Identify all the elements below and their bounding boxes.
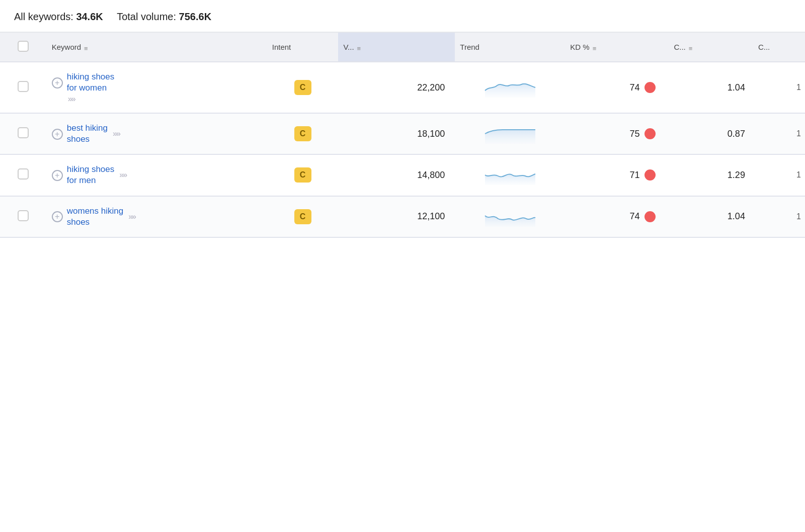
keyword-text[interactable]: hiking shoesfor women (67, 71, 115, 94)
keyword-cell: +womens hikingshoes»» (47, 196, 267, 237)
add-keyword-icon[interactable]: + (52, 129, 63, 140)
trend-cell (455, 62, 565, 113)
kd-cell: 71 (565, 154, 669, 196)
keyword-text[interactable]: hiking shoesfor men (67, 164, 115, 186)
total-volume-value: 756.6K (179, 11, 212, 22)
table-row: +best hikingshoes»»C18,100 75 0.871 (0, 113, 805, 154)
intent-badge: C (294, 167, 311, 183)
trend-sparkline (480, 123, 540, 145)
all-keywords-value: 34.6K (76, 11, 103, 22)
kd-difficulty-dot (645, 82, 656, 93)
table-row: +womens hikingshoes»»C12,100 74 1.041 (0, 196, 805, 237)
trend-sparkline (480, 206, 540, 228)
keyword-arrows[interactable]: »» (113, 129, 120, 138)
table-row: +hiking shoesfor women»»C22,200 74 1.041 (0, 62, 805, 113)
keyword-arrows[interactable]: »» (128, 212, 135, 221)
add-keyword-icon[interactable]: + (52, 170, 63, 181)
c2-cell: 1 (753, 62, 805, 113)
trend-cell (455, 154, 565, 196)
row-checkbox[interactable] (18, 81, 29, 92)
keyword-cell: +best hikingshoes»» (47, 113, 267, 154)
all-keywords-label: All keywords: (14, 11, 73, 22)
keywords-table-wrapper: Keyword Intent V... (0, 32, 805, 238)
summary-bar: All keywords: 34.6K Total volume: 756.6K (0, 0, 805, 32)
add-keyword-icon[interactable]: + (52, 211, 63, 222)
row-checkbox-cell (0, 154, 47, 196)
select-all-checkbox[interactable] (18, 41, 29, 52)
kd-value: 74 (625, 211, 639, 222)
kd-difficulty-dot (645, 169, 656, 181)
keyword-text[interactable]: womens hikingshoes (67, 206, 123, 228)
row-checkbox[interactable] (18, 168, 29, 180)
volume-cell: 14,800 (338, 154, 455, 196)
kd-difficulty-dot (645, 211, 656, 222)
kd-value: 74 (625, 82, 639, 93)
volume-cell: 12,100 (338, 196, 455, 237)
kd-cell: 75 (565, 113, 669, 154)
header-intent: Intent (267, 33, 339, 62)
keyword-arrows[interactable]: »» (119, 170, 126, 180)
header-kd[interactable]: KD % (565, 33, 669, 62)
kd-value: 75 (625, 129, 639, 139)
row-checkbox-cell (0, 196, 47, 237)
add-keyword-icon[interactable]: + (52, 77, 63, 88)
header-c1[interactable]: C... (669, 33, 753, 62)
intent-badge: C (294, 80, 311, 95)
kd-cell: 74 (565, 62, 669, 113)
intent-cell: C (267, 196, 339, 237)
header-volume[interactable]: V... (338, 33, 455, 62)
table-header-row: Keyword Intent V... (0, 33, 805, 62)
total-volume-label: Total volume: (117, 11, 176, 22)
kd-value: 71 (625, 170, 639, 181)
c1-filter-icon[interactable] (689, 44, 696, 51)
intent-badge: C (294, 209, 311, 224)
intent-cell: C (267, 154, 339, 196)
keyword-text[interactable]: best hikingshoes (67, 123, 108, 145)
c2-cell: 1 (753, 154, 805, 196)
trend-sparkline (480, 76, 540, 99)
volume-cell: 22,200 (338, 62, 455, 113)
c1-cell: 1.04 (669, 196, 753, 237)
header-trend: Trend (455, 33, 565, 62)
c1-cell: 0.87 (669, 113, 753, 154)
kd-filter-icon[interactable] (593, 44, 600, 51)
keyword-filter-icon[interactable] (84, 44, 91, 51)
intent-cell: C (267, 62, 339, 113)
header-checkbox-cell (0, 33, 47, 62)
header-c2: C... (753, 33, 805, 62)
keyword-cell: +hiking shoesfor men»» (47, 154, 267, 196)
header-keyword[interactable]: Keyword (47, 33, 267, 62)
kd-difficulty-dot (645, 128, 656, 139)
c1-cell: 1.04 (669, 62, 753, 113)
row-checkbox-cell (0, 113, 47, 154)
row-checkbox[interactable] (18, 127, 29, 138)
kd-cell: 74 (565, 196, 669, 237)
c2-cell: 1 (753, 196, 805, 237)
keyword-cell: +hiking shoesfor women»» (47, 62, 267, 113)
c1-cell: 1.29 (669, 154, 753, 196)
trend-sparkline (480, 164, 540, 186)
keywords-table: Keyword Intent V... (0, 33, 805, 238)
volume-filter-icon[interactable] (357, 44, 364, 51)
table-row: +hiking shoesfor men»»C14,800 71 1.291 (0, 154, 805, 196)
keyword-arrows[interactable]: »» (68, 95, 75, 103)
volume-cell: 18,100 (338, 113, 455, 154)
intent-badge: C (294, 126, 311, 141)
intent-cell: C (267, 113, 339, 154)
c2-cell: 1 (753, 113, 805, 154)
trend-cell (455, 196, 565, 237)
row-checkbox-cell (0, 62, 47, 113)
trend-cell (455, 113, 565, 154)
row-checkbox[interactable] (18, 210, 29, 221)
